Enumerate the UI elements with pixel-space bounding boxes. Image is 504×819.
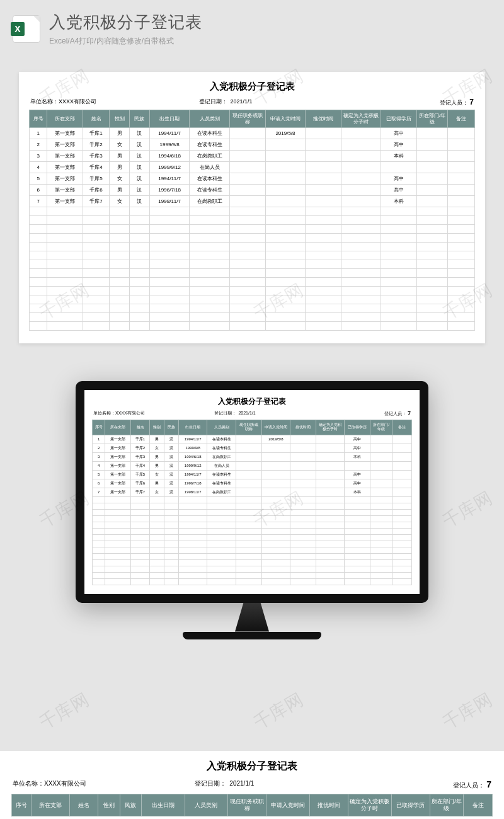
table-cell: 在读专科生	[190, 185, 230, 196]
table-row: 5第一支部千库5女汉1994/11/7在读本科生高中	[30, 173, 475, 185]
table-cell	[341, 128, 381, 139]
table-cell: 1994/11/7	[149, 128, 190, 139]
table-cell	[416, 173, 447, 185]
table-cell	[341, 185, 381, 196]
table-cell: 在读专科生	[207, 444, 236, 452]
table-cell: 高中	[345, 435, 370, 444]
table-cell	[416, 196, 447, 207]
table-cell	[316, 479, 345, 488]
table-row: 7第一支部千库7女汉1998/11/7在岗教职工本科	[93, 488, 412, 496]
table-cell: 1	[93, 435, 105, 444]
table-row-empty	[30, 278, 475, 287]
table-cell	[316, 435, 345, 444]
table-row: 4第一支部千库4男汉1999/9/12在岗人员	[30, 162, 475, 173]
table-cell: 在岗教职工	[207, 488, 236, 496]
table-row-empty	[93, 566, 412, 572]
table-cell: 高中	[345, 479, 370, 488]
table-row: 1第一支部千库1男汉1994/11/7在读本科生2019/5/8高中	[93, 435, 412, 444]
table-cell	[230, 185, 266, 196]
table-cell	[392, 444, 412, 452]
column-header: 申请入党时间	[266, 794, 310, 816]
table-cell	[261, 479, 290, 488]
table-row-empty	[30, 207, 475, 216]
table-cell: 1	[30, 128, 47, 139]
column-header: 已取得学历	[391, 794, 430, 816]
table-row-empty	[93, 547, 412, 553]
watermark: 千库网	[438, 486, 496, 534]
table-cell	[416, 162, 447, 173]
table-row-empty	[93, 559, 412, 566]
column-header: 确定为入党积极分子时	[341, 110, 381, 128]
table-cell: 汉	[130, 196, 150, 207]
table-cell: 千库7	[83, 196, 109, 207]
table-cell: 高中	[381, 139, 417, 151]
table-row-empty	[30, 269, 475, 278]
table-cell: 千库6	[83, 185, 109, 196]
table-cell	[345, 461, 370, 470]
table-row: 3第一支部千库3男汉1994/6/18在岗教职工本科	[30, 151, 475, 162]
table-cell: 汉	[130, 162, 150, 173]
table-cell: 在读专科生	[190, 139, 230, 151]
table-cell	[341, 139, 381, 151]
registration-table: 序号所在支部姓名性别民族出生日期人员类别现任职务或职称申请入党时间推优时间确定为…	[92, 420, 412, 585]
column-header: 民族	[120, 794, 141, 816]
table-cell: 6	[93, 479, 105, 488]
table-cell	[261, 461, 290, 470]
table-cell	[341, 162, 381, 173]
table-cell: 4	[93, 461, 105, 470]
column-header: 出生日期	[178, 420, 207, 435]
table-cell	[392, 435, 412, 444]
column-header: 申请入党时间	[261, 420, 290, 435]
table-cell: 汉	[130, 128, 150, 139]
table-cell	[230, 173, 266, 185]
table-cell	[316, 461, 345, 470]
table-cell: 4	[30, 162, 47, 173]
table-cell: 女	[110, 139, 130, 151]
table-cell: 男	[150, 479, 164, 488]
table-cell	[306, 162, 341, 173]
sheet-title: 入党积极分子登记表	[92, 396, 412, 407]
table-row-empty	[93, 509, 412, 515]
table-cell	[370, 488, 392, 496]
table-cell: 本科	[381, 196, 417, 207]
table-cell: 在读本科生	[190, 128, 230, 139]
table-cell: 汉	[130, 173, 150, 185]
table-cell: 第一支部	[105, 488, 131, 496]
table-cell: 汉	[164, 435, 179, 444]
table-cell: 千库4	[83, 162, 109, 173]
table-cell: 在读本科生	[207, 435, 236, 444]
table-row: 2第一支部千库2女汉1999/9/8在读专科生高中	[93, 444, 412, 452]
table-cell	[316, 488, 345, 496]
table-row-empty	[30, 225, 475, 234]
table-cell: 在岗教职工	[190, 151, 230, 162]
table-row-empty	[93, 522, 412, 528]
table-cell: 本科	[345, 488, 370, 496]
column-header: 推优时间	[309, 794, 348, 816]
table-cell: 男	[150, 452, 164, 461]
table-cell	[306, 196, 341, 207]
table-row-empty	[30, 313, 475, 322]
table-cell	[290, 444, 316, 452]
column-header: 民族	[164, 420, 179, 435]
table-row: 5第一支部千库5女汉1994/11/7在读本科生高中	[93, 470, 412, 479]
excel-file-icon: X	[13, 15, 40, 43]
table-cell: 男	[110, 128, 130, 139]
column-header: 出生日期	[149, 110, 190, 128]
table-cell: 汉	[164, 452, 179, 461]
column-header: 出生日期	[141, 794, 185, 816]
table-row-empty	[30, 304, 475, 313]
table-cell: 高中	[381, 185, 417, 196]
table-cell: 高中	[345, 444, 370, 452]
spreadsheet-preview-in-monitor: 入党积极分子登记表 单位名称：XXXX有限公司 登记日期： 2021/1/1 登…	[84, 390, 420, 593]
table-cell	[416, 185, 447, 196]
table-cell: 汉	[130, 185, 150, 196]
table-cell	[306, 151, 341, 162]
table-cell	[341, 173, 381, 185]
table-row: 3第一支部千库3男汉1994/6/18在岗教职工本科	[93, 452, 412, 461]
watermark: 千库网	[438, 688, 496, 735]
table-row: 6第一支部千库6男汉1996/7/18在读专科生高中	[30, 185, 475, 196]
table-cell	[230, 196, 266, 207]
column-header: 序号	[12, 794, 32, 816]
table-cell: 第一支部	[47, 162, 83, 173]
table-row: 7第一支部千库7女汉1998/11/7在岗教职工本科	[30, 196, 475, 207]
